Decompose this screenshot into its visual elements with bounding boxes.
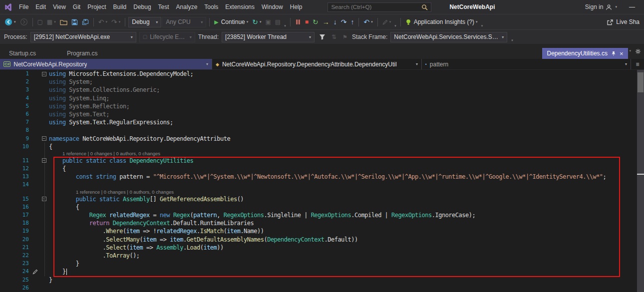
code-text[interactable]: public static Assembly[] GetReferencedAs… — [47, 195, 244, 203]
collapse-icon[interactable]: − — [42, 136, 46, 141]
fold-margin[interactable]: − — [41, 135, 47, 143]
fold-margin[interactable]: − — [41, 195, 47, 203]
code-text[interactable]: } — [47, 276, 52, 284]
document-list-chevron[interactable]: ▾ — [629, 49, 631, 54]
nav-back-button[interactable]: ▾ — [3, 17, 17, 26]
code-text[interactable]: Regex relatedRegex = new Regex(pattern, … — [47, 211, 475, 219]
breakpoint-margin[interactable] — [0, 126, 19, 134]
settings-gear-icon[interactable] — [635, 48, 641, 54]
menu-help[interactable]: Help — [287, 0, 306, 14]
search-icon[interactable] — [421, 4, 428, 10]
menu-window[interactable]: Window — [258, 0, 287, 14]
breakpoint-margin[interactable] — [0, 260, 19, 268]
breakpoint-margin[interactable] — [0, 102, 19, 110]
show-next-statement-button[interactable]: → — [321, 18, 331, 26]
code-text[interactable]: using System.Linq; — [47, 94, 109, 102]
menu-view[interactable]: View — [49, 0, 69, 14]
breakpoint-margin[interactable] — [0, 86, 19, 94]
menu-analyze[interactable]: Analyze — [173, 0, 201, 14]
save-all-button[interactable] — [80, 18, 90, 26]
code-text[interactable]: using System.Collections.Generic; — [47, 86, 160, 94]
redo-button[interactable]: ↷▾ — [110, 18, 122, 26]
toolbar-overflow-2[interactable]: ▾ — [394, 24, 396, 29]
thread-dropdown[interactable]: [23852] Worker Thread▾ — [222, 32, 315, 42]
code-text[interactable]: .Select(item => Assembly.Load(item)) — [47, 244, 224, 252]
code-text[interactable]: .ToArray(); — [47, 252, 140, 260]
open-folder-button[interactable] — [58, 18, 69, 26]
breakpoint-margin[interactable] — [0, 203, 19, 211]
breakpoint-margin[interactable] — [0, 143, 19, 151]
solution-config-dropdown[interactable]: Debug▾ — [128, 17, 161, 27]
sign-in-button[interactable]: Sign in ▾ — [585, 3, 617, 10]
breakpoint-margin[interactable] — [0, 110, 19, 118]
code-text[interactable]: { — [47, 203, 79, 211]
new-file-button[interactable]: ▢ — [36, 18, 44, 25]
code-text[interactable] — [47, 284, 49, 292]
continue-button[interactable]: ▶Continue▾ — [213, 18, 250, 26]
tab-startup-cs[interactable]: Startup.cs — [4, 48, 41, 59]
pin-icon[interactable] — [611, 51, 616, 56]
code-text[interactable] — [47, 181, 49, 189]
step-out-button[interactable]: ↑ — [349, 18, 355, 26]
add-item-button[interactable]: ▦▾ — [45, 18, 57, 25]
codelens-info[interactable]: 1 reference | 0 changes | 0 authors, 0 c… — [62, 151, 160, 157]
document-outline-icon[interactable]: ≡ — [631, 59, 644, 69]
code-text[interactable]: } — [47, 268, 67, 276]
application-insights-button[interactable]: Application Insights (?)▾ — [404, 18, 479, 26]
code-text[interactable]: const string pattern = "^Microsoft.\\w*|… — [47, 173, 606, 181]
screenshot-button[interactable]: ▤ — [274, 18, 282, 25]
breakpoint-margin[interactable] — [0, 284, 19, 292]
breakpoint-margin[interactable] — [0, 118, 19, 126]
code-text[interactable] — [47, 126, 49, 134]
breakpoint-margin[interactable] — [0, 244, 19, 252]
menu-build[interactable]: Build — [110, 0, 130, 14]
menu-git[interactable]: Git — [69, 0, 84, 14]
code-text[interactable]: { — [47, 143, 52, 151]
code-text[interactable]: .Where(item => !relatedRegex.IsMatch(ite… — [47, 227, 264, 235]
close-icon[interactable]: × — [620, 50, 624, 57]
apply-code-changes-button[interactable]: ↻▾ — [251, 18, 263, 26]
breakpoint-margin[interactable] — [0, 135, 19, 143]
breakpoint-margin[interactable] — [0, 157, 19, 165]
breakpoint-margin[interactable] — [0, 252, 19, 260]
lifecycle-events-dropdown[interactable]: ▢Lifecycle Events▾ — [139, 32, 195, 42]
code-text[interactable]: using System.Text; — [47, 110, 109, 118]
type-dropdown[interactable]: ◆ NetCoreWebApi.Repository.DependencyAtt… — [212, 59, 422, 69]
code-text[interactable]: { — [47, 165, 66, 173]
member-dropdown[interactable]: ▪ pattern ▾ — [422, 59, 631, 69]
code-text[interactable]: } — [47, 260, 79, 268]
menu-file[interactable]: File — [15, 0, 32, 14]
live-share-button[interactable]: Live Sha — [605, 18, 641, 26]
flag-threads-button[interactable]: ⚑ — [341, 34, 349, 40]
breakpoint-margin[interactable] — [0, 70, 19, 78]
menu-edit[interactable]: Edit — [32, 0, 49, 14]
nav-forward-button[interactable] — [18, 17, 29, 26]
tab-dependencyutilities-cs[interactable]: DependencyUtilities.cs× — [542, 48, 629, 59]
code-text[interactable]: using System; — [47, 78, 92, 86]
undo-history-button[interactable]: ↶▾ — [362, 18, 374, 26]
break-all-button[interactable] — [294, 18, 303, 25]
stack-frame-dropdown[interactable]: NetCoreWebApi.Services.Services.Syst▾ — [390, 32, 507, 42]
breakpoint-margin[interactable] — [0, 268, 19, 276]
code-text[interactable]: using System.Reflection; — [47, 102, 129, 110]
restart-button[interactable]: ↻ — [311, 18, 320, 26]
vertical-scrollbar[interactable] — [637, 70, 644, 292]
code-text[interactable]: using Microsoft.Extensions.DependencyMod… — [47, 70, 193, 78]
breakpoint-margin[interactable] — [0, 94, 19, 102]
breakpoint-margin[interactable] — [0, 276, 19, 284]
stop-button[interactable]: ■ — [304, 18, 310, 25]
menu-test[interactable]: Test — [155, 0, 173, 14]
quick-search-box[interactable]: Search (Ctrl+Q) — [327, 2, 431, 12]
breakpoint-margin[interactable] — [0, 227, 19, 235]
toolbar-overflow-1[interactable]: ▾ — [284, 24, 286, 29]
browser-link-button[interactable]: ▣ — [264, 18, 273, 25]
fold-margin[interactable]: − — [41, 70, 47, 78]
code-text[interactable]: using System.Text.RegularExpressions; — [47, 118, 173, 126]
breakpoint-margin[interactable] — [0, 195, 19, 203]
solution-platform-dropdown[interactable]: Any CPU▾ — [162, 17, 206, 27]
code-cleanup-button[interactable]: ▾ — [381, 19, 393, 25]
breakpoint-margin[interactable] — [0, 236, 19, 244]
collapse-icon[interactable]: − — [42, 72, 46, 76]
collapse-icon[interactable]: − — [42, 197, 46, 201]
breakpoint-margin[interactable] — [0, 211, 19, 219]
